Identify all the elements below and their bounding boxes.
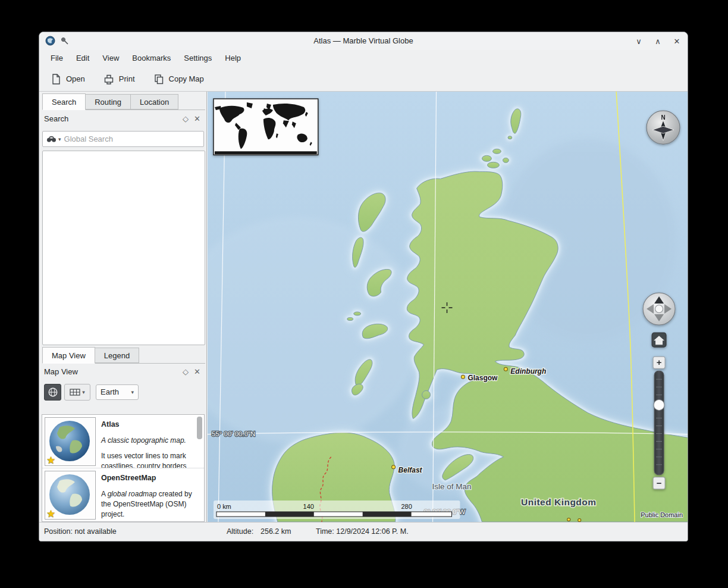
desktop: { "window": { "title": "Atlas — Marble V… (0, 0, 728, 588)
belfast-label: Belfast (398, 466, 423, 474)
global-search-box[interactable]: ▾ (42, 131, 204, 147)
tab-search[interactable]: Search (42, 93, 86, 110)
scale-mid-label: 140 (303, 503, 314, 510)
latitude-label: 55° 00' 00.0"N (212, 430, 255, 437)
menu-view[interactable]: View (96, 50, 125, 67)
print-button[interactable]: Print (103, 73, 135, 85)
close-button[interactable]: ✕ (672, 37, 682, 46)
titlebar[interactable]: Atlas — Marble Virtual Globe ∨ ∧ ✕ (39, 32, 688, 50)
home-button[interactable] (652, 333, 666, 347)
svg-text:+: + (657, 357, 662, 367)
edinburgh-label: Edinburgh (510, 367, 546, 376)
isle-of-man-label: Isle of Man (432, 482, 472, 491)
theme-title: Atlas (101, 420, 196, 429)
overview-world-map[interactable] (214, 99, 318, 155)
tab-location[interactable]: Location (130, 94, 178, 110)
theme-title: OpenStreetMap (101, 474, 196, 482)
marble-window: Atlas — Marble Virtual Globe ∨ ∧ ✕ File … (39, 32, 688, 542)
view-tabbar: Map View Legend (42, 346, 205, 364)
detach-panel-icon[interactable]: ◇ (183, 367, 189, 376)
binoculars-icon (46, 135, 57, 143)
united-kingdom-label: United Kingdom (521, 497, 596, 507)
theme-item-openstreetmap[interactable]: ★ OpenStreetMap A global roadmap created… (42, 468, 204, 522)
status-time: Time: 12/9/2024 12:06 P. M. (316, 527, 409, 536)
copy-map-button[interactable]: Copy Map (153, 73, 204, 85)
close-panel-icon[interactable]: ✕ (194, 114, 200, 123)
map-view-panel-header: Map View ◇ ✕ (44, 367, 202, 379)
status-altitude-value: 256.2 km (261, 527, 291, 536)
theme-list-scrollbar[interactable] (197, 417, 202, 519)
tab-routing[interactable]: Routing (85, 94, 131, 110)
globe-icon (48, 387, 58, 398)
combobox-chevron-icon: ▾ (131, 389, 134, 395)
theme-item-atlas[interactable]: ★ Atlas A classic topographic map. It us… (42, 415, 204, 468)
globe-projection-button[interactable] (44, 384, 61, 401)
map-view-controls: ▾ Earth ▾ (44, 384, 139, 400)
search-results-list[interactable] (42, 151, 205, 345)
main-toolbar: Open Print Copy Map (39, 67, 688, 92)
maximize-button[interactable]: ∧ (653, 37, 663, 46)
edinburgh-dot (504, 367, 507, 371)
map-theme-list: ★ Atlas A classic topographic map. It us… (42, 414, 205, 522)
zoom-slider[interactable] (654, 371, 664, 474)
theme-description: It uses vector lines to mark coastlines,… (101, 451, 196, 468)
zoom-in-button[interactable]: + (653, 356, 665, 368)
scrollbar-thumb[interactable] (197, 417, 202, 439)
menu-edit[interactable]: Edit (70, 50, 96, 67)
scale-bar: 0 km 140 280 (214, 501, 460, 519)
svg-text:−: − (657, 478, 662, 488)
scale-end-label: 280 (401, 503, 412, 510)
menu-file[interactable]: File (44, 50, 70, 67)
close-panel-icon[interactable]: ✕ (194, 367, 200, 376)
glasgow-dot (461, 375, 465, 379)
minimize-button[interactable]: ∨ (634, 37, 644, 46)
tab-legend[interactable]: Legend (95, 348, 139, 363)
theme-thumbnail-atlas: ★ (45, 417, 96, 466)
menubar: File Edit View Bookmarks Settings Help (39, 50, 688, 67)
dock-tabbar: Search Routing Location (42, 93, 205, 110)
window-title: Atlas — Marble Virtual Globe (39, 32, 688, 50)
menu-help[interactable]: Help (218, 50, 247, 67)
zoom-out-button[interactable]: − (653, 477, 665, 489)
zoom-slider-handle[interactable] (654, 399, 664, 410)
detach-panel-icon[interactable]: ◇ (183, 114, 189, 123)
flat-map-icon (70, 388, 80, 396)
attribution-label: Public Domain (641, 511, 683, 518)
open-button[interactable]: Open (50, 73, 85, 85)
tab-map-view[interactable]: Map View (42, 347, 95, 364)
status-position: Position: not available (44, 527, 117, 536)
flat-projection-button[interactable]: ▾ (64, 384, 90, 401)
copy-icon (153, 73, 165, 85)
projection-chevron-icon: ▾ (82, 389, 85, 395)
search-panel-header: Search ◇ ✕ (44, 114, 202, 126)
celestial-body-combobox[interactable]: Earth ▾ (96, 384, 139, 400)
glasgow-label: Glasgow (467, 374, 498, 382)
menu-settings[interactable]: Settings (177, 50, 218, 67)
menu-bookmarks[interactable]: Bookmarks (125, 50, 177, 67)
theme-description: A global roadmap created by the OpenStre… (101, 489, 196, 520)
theme-thumbnail-openstreetmap: ★ (45, 471, 96, 520)
pan-center[interactable] (655, 305, 663, 312)
favorite-star-icon: ★ (46, 454, 55, 467)
status-altitude-label: Altitude: (227, 527, 253, 536)
open-file-icon (50, 73, 62, 85)
search-input[interactable] (63, 134, 200, 144)
map-area: 0° 00' 00.0"W Glasgow Edinburgh Belfast … (208, 92, 688, 522)
statusbar: Position: not available Altitude: 256.2 … (39, 522, 688, 542)
search-scope-chevron-icon[interactable]: ▾ (58, 136, 61, 142)
theme-tagline: A classic topographic map. (101, 436, 196, 445)
belfast-dot (392, 465, 396, 469)
compass-rose[interactable]: N (647, 111, 680, 144)
favorite-star-icon: ★ (46, 508, 55, 520)
left-dock: Search Routing Location Search ◇ ✕ ▾ Map… (39, 92, 207, 522)
map-canvas[interactable]: 0° 00' 00.0"W Glasgow Edinburgh Belfast … (208, 92, 688, 522)
scale-zero-label: 0 km (217, 503, 231, 510)
printer-icon (103, 73, 115, 85)
